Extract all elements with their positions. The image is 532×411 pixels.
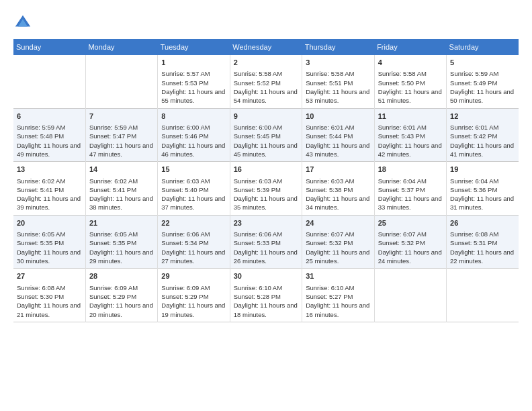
day-number: 30: [234, 271, 298, 281]
cell-info-line: Sunset: 5:43 PM: [378, 132, 443, 140]
cell-info-line: Sunset: 5:34 PM: [161, 238, 226, 247]
calendar-cell: 5Sunrise: 5:59 AMSunset: 5:49 PMDaylight…: [447, 55, 519, 108]
calendar-cell: 25Sunrise: 6:07 AMSunset: 5:32 PMDayligh…: [374, 215, 446, 269]
calendar-cell: 31Sunrise: 6:10 AMSunset: 5:27 PMDayligh…: [302, 269, 374, 322]
calendar-cell: 3Sunrise: 5:58 AMSunset: 5:51 PMDaylight…: [302, 55, 374, 108]
cell-info-line: Sunrise: 6:04 AM: [378, 177, 443, 185]
cell-info-line: Daylight: 11 hours and 53 minutes.: [306, 87, 370, 105]
calendar-week-row: 1Sunrise: 5:57 AMSunset: 5:53 PMDaylight…: [13, 55, 519, 108]
calendar-cell: 27Sunrise: 6:08 AMSunset: 5:30 PMDayligh…: [13, 269, 85, 322]
cell-info-line: Sunrise: 6:07 AM: [306, 230, 370, 238]
cell-info-line: Daylight: 11 hours and 50 minutes.: [450, 87, 515, 105]
calendar-cell: 17Sunrise: 6:03 AMSunset: 5:38 PMDayligh…: [302, 162, 374, 216]
cell-info-line: Sunset: 5:35 PM: [89, 238, 154, 247]
day-number: 26: [450, 218, 515, 228]
day-number: 25: [378, 218, 443, 228]
day-number: 19: [450, 165, 515, 175]
cell-info-line: Daylight: 11 hours and 25 minutes.: [306, 248, 370, 266]
cell-info-line: Daylight: 11 hours and 46 minutes.: [161, 141, 226, 159]
cell-info-line: Sunset: 5:35 PM: [17, 238, 82, 247]
cell-info-line: Daylight: 11 hours and 22 minutes.: [450, 248, 515, 266]
cell-info-line: Daylight: 11 hours and 29 minutes.: [89, 248, 154, 266]
day-number: 16: [234, 165, 298, 175]
calendar-cell: 9Sunrise: 6:00 AMSunset: 5:45 PMDaylight…: [230, 108, 302, 162]
calendar-cell: 1Sunrise: 5:57 AMSunset: 5:53 PMDaylight…: [158, 55, 230, 108]
cell-info-line: Sunrise: 5:58 AM: [234, 69, 298, 78]
header-thursday: Thursday: [302, 39, 374, 55]
day-number: 21: [89, 218, 154, 228]
cell-info-line: Sunrise: 6:08 AM: [17, 283, 82, 292]
header-tuesday: Tuesday: [158, 39, 230, 55]
calendar-cell: [85, 55, 157, 108]
calendar-cell: 14Sunrise: 6:02 AMSunset: 5:41 PMDayligh…: [85, 162, 157, 216]
day-number: 11: [378, 111, 443, 122]
calendar-cell: 12Sunrise: 6:01 AMSunset: 5:42 PMDayligh…: [447, 108, 519, 162]
cell-info-line: Sunset: 5:31 PM: [450, 238, 515, 247]
cell-info-line: Sunrise: 5:59 AM: [89, 123, 154, 132]
cell-info-line: Sunrise: 5:59 AM: [450, 69, 515, 78]
cell-info-line: Sunset: 5:51 PM: [306, 79, 370, 87]
day-number: 14: [89, 165, 154, 175]
calendar-cell: [447, 269, 519, 322]
cell-info-line: Sunset: 5:29 PM: [161, 292, 226, 301]
day-number: 27: [17, 271, 82, 281]
cell-info-line: Sunset: 5:42 PM: [450, 132, 515, 140]
day-number: 2: [234, 58, 298, 68]
cell-info-line: Daylight: 11 hours and 31 minutes.: [450, 194, 515, 212]
cell-info-line: Sunrise: 6:01 AM: [450, 123, 515, 132]
day-number: 22: [161, 218, 226, 228]
cell-info-line: Sunrise: 6:02 AM: [17, 177, 82, 185]
cell-info-line: Sunset: 5:52 PM: [234, 79, 298, 87]
calendar-cell: 24Sunrise: 6:07 AMSunset: 5:32 PMDayligh…: [302, 215, 374, 269]
cell-info-line: Sunrise: 6:10 AM: [306, 283, 370, 292]
day-number: 18: [378, 165, 443, 175]
day-number: 12: [450, 111, 515, 122]
calendar-table: SundayMondayTuesdayWednesdayThursdayFrid…: [13, 39, 519, 322]
cell-info-line: Sunset: 5:46 PM: [161, 132, 226, 140]
day-number: 7: [89, 111, 154, 122]
page-header: [13, 13, 519, 32]
cell-info-line: Sunset: 5:33 PM: [234, 238, 298, 247]
calendar-cell: 26Sunrise: 6:08 AMSunset: 5:31 PMDayligh…: [447, 215, 519, 269]
header-sunday: Sunday: [13, 39, 85, 55]
day-number: 28: [89, 271, 154, 281]
header-saturday: Saturday: [447, 39, 519, 55]
cell-info-line: Sunrise: 5:58 AM: [306, 69, 370, 78]
cell-info-line: Sunset: 5:38 PM: [306, 185, 370, 194]
cell-info-line: Sunrise: 5:58 AM: [378, 69, 443, 78]
cell-info-line: Daylight: 11 hours and 51 minutes.: [378, 87, 443, 105]
cell-info-line: Sunset: 5:39 PM: [234, 185, 298, 194]
cell-info-line: Sunrise: 6:03 AM: [234, 177, 298, 185]
cell-info-line: Sunrise: 6:01 AM: [378, 123, 443, 132]
calendar-week-row: 20Sunrise: 6:05 AMSunset: 5:35 PMDayligh…: [13, 215, 519, 269]
cell-info-line: Sunrise: 6:09 AM: [161, 283, 226, 292]
cell-info-line: Sunrise: 6:10 AM: [234, 283, 298, 292]
cell-info-line: Sunrise: 6:06 AM: [161, 230, 226, 238]
day-number: 10: [306, 111, 370, 122]
cell-info-line: Daylight: 11 hours and 47 minutes.: [89, 141, 154, 159]
cell-info-line: Sunset: 5:29 PM: [89, 292, 154, 301]
cell-info-line: Daylight: 11 hours and 27 minutes.: [161, 248, 226, 266]
cell-info-line: Daylight: 11 hours and 33 minutes.: [378, 194, 443, 212]
logo-icon: [13, 13, 32, 32]
cell-info-line: Sunrise: 6:07 AM: [378, 230, 443, 238]
cell-info-line: Daylight: 11 hours and 35 minutes.: [234, 194, 298, 212]
cell-info-line: Sunrise: 6:01 AM: [306, 123, 370, 132]
day-number: 8: [161, 111, 226, 122]
cell-info-line: Daylight: 11 hours and 37 minutes.: [161, 194, 226, 212]
cell-info-line: Daylight: 11 hours and 16 minutes.: [306, 301, 370, 319]
calendar-header-row: SundayMondayTuesdayWednesdayThursdayFrid…: [13, 39, 519, 55]
cell-info-line: Sunrise: 6:06 AM: [234, 230, 298, 238]
day-number: 20: [17, 218, 82, 228]
calendar-cell: 2Sunrise: 5:58 AMSunset: 5:52 PMDaylight…: [230, 55, 302, 108]
cell-info-line: Daylight: 11 hours and 26 minutes.: [234, 248, 298, 266]
cell-info-line: Sunrise: 5:57 AM: [161, 69, 226, 78]
cell-info-line: Sunset: 5:32 PM: [378, 238, 443, 247]
day-number: 3: [306, 58, 370, 68]
calendar-cell: 20Sunrise: 6:05 AMSunset: 5:35 PMDayligh…: [13, 215, 85, 269]
cell-info-line: Sunset: 5:45 PM: [234, 132, 298, 140]
logo: [13, 13, 35, 32]
day-number: 23: [234, 218, 298, 228]
calendar-week-row: 6Sunrise: 5:59 AMSunset: 5:48 PMDaylight…: [13, 108, 519, 162]
calendar-week-row: 27Sunrise: 6:08 AMSunset: 5:30 PMDayligh…: [13, 269, 519, 322]
